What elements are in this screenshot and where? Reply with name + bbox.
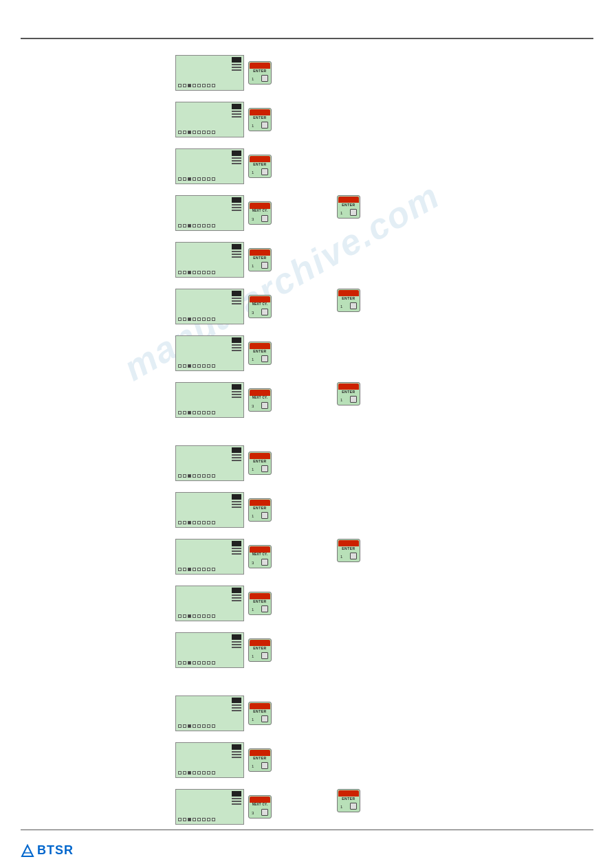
lcd-dot [178, 411, 182, 414]
nextcy-button[interactable]: NEXT CY.3 [248, 388, 272, 412]
button-icon [261, 75, 268, 82]
button-number: 1 [252, 654, 254, 658]
lcd-line [232, 600, 241, 601]
lcd-dot [193, 411, 196, 414]
lcd-dot [178, 318, 182, 321]
lcd-line [232, 254, 241, 255]
device-row: ENTER1 [175, 632, 272, 668]
lcd-dot [202, 474, 206, 478]
button-red-indicator [250, 593, 270, 599]
button-number: 1 [252, 717, 254, 722]
lcd-dot [193, 724, 196, 728]
nextcy-button[interactable]: NEXT CY.3 [248, 201, 272, 225]
lcd-line [232, 64, 241, 65]
lcd-line [232, 504, 241, 505]
lcd-top-bar [232, 244, 241, 249]
button-number: 1 [252, 170, 254, 175]
lcd-bottom-dots [178, 318, 215, 321]
bottom-divider [21, 830, 593, 831]
lcd-line [232, 754, 241, 755]
lcd-dot [183, 724, 186, 728]
lcd-dot [178, 771, 182, 775]
enter-button[interactable]: ENTER1 [337, 382, 360, 405]
lcd-line [232, 394, 241, 395]
nextcy-button[interactable]: NEXT CY.3 [248, 545, 272, 568]
enter-button[interactable]: ENTER1 [337, 789, 360, 812]
enter-button[interactable]: ENTER1 [248, 452, 272, 475]
button-icon [261, 355, 268, 362]
lcd-lines [232, 751, 241, 758]
enter-button[interactable]: ENTER1 [248, 248, 272, 271]
lcd-dot [197, 177, 201, 181]
lcd-dot [202, 568, 206, 571]
enter-button[interactable]: ENTER1 [248, 342, 272, 365]
lcd-screen [175, 55, 244, 91]
button-red-indicator [250, 453, 270, 459]
nextcy-button[interactable]: NEXT CY.3 [248, 295, 272, 318]
enter-button[interactable]: ENTER1 [248, 592, 272, 615]
lcd-line [232, 548, 241, 549]
top-divider [21, 38, 593, 39]
lcd-dot [207, 224, 210, 227]
lcd-dot [188, 521, 191, 524]
lcd-line [232, 710, 241, 711]
button-icon [261, 512, 268, 519]
lcd-screen [175, 148, 244, 184]
button-number: 1 [252, 264, 254, 268]
lcd-line [232, 391, 241, 392]
enter-button[interactable]: ENTER1 [248, 155, 272, 178]
device-row: ENTER1 [175, 55, 272, 91]
lcd-top-bar [232, 384, 241, 390]
button-label: ENTER [342, 546, 355, 550]
enter-button[interactable]: ENTER1 [337, 195, 360, 219]
lcd-line [232, 798, 241, 799]
lcd-bottom-dots [178, 661, 215, 665]
btsr-logo: BTSR [21, 843, 74, 858]
lcd-dot [178, 661, 182, 665]
lcd-dot [183, 771, 186, 775]
lcd-dot [212, 84, 215, 87]
lcd-lines [232, 298, 241, 304]
nextcy-button[interactable]: NEXT CY.3 [248, 795, 272, 819]
button-icon [261, 559, 268, 566]
lcd-top-bar [232, 151, 241, 156]
enter-button[interactable]: ENTER1 [248, 748, 272, 772]
lcd-bottom-dots [178, 614, 215, 618]
lcd-dot [207, 474, 210, 478]
enter-button[interactable]: ENTER1 [248, 108, 272, 131]
enter-button[interactable]: ENTER1 [248, 702, 272, 725]
lcd-dot [193, 771, 196, 775]
button-number: 1 [252, 514, 254, 518]
lcd-line [232, 303, 241, 304]
lcd-screen [175, 586, 244, 621]
lcd-line [232, 707, 241, 709]
lcd-bottom-dots [178, 771, 215, 775]
lcd-screen [175, 195, 244, 231]
enter-button[interactable]: ENTER1 [337, 289, 360, 312]
extra-enter-row: ENTER1 [337, 789, 360, 812]
button-red-indicator [338, 290, 359, 296]
lcd-screen [175, 789, 244, 825]
enter-button[interactable]: ENTER1 [337, 539, 360, 562]
button-red-indicator [338, 790, 359, 797]
button-label: ENTER [253, 599, 266, 603]
lcd-dot [212, 818, 215, 821]
button-label: NEXT CY. [252, 302, 268, 306]
lcd-dot [183, 84, 186, 87]
button-label: ENTER [253, 506, 266, 510]
enter-button[interactable]: ENTER1 [248, 638, 272, 662]
lcd-top-bar [232, 588, 241, 593]
enter-button[interactable]: ENTER1 [248, 61, 272, 85]
lcd-dot [178, 724, 182, 728]
extra-enter-row: ENTER1 [337, 539, 360, 562]
lcd-dot [212, 661, 215, 665]
lcd-dot [207, 521, 210, 524]
lcd-line [232, 553, 241, 555]
lcd-dot [207, 411, 210, 414]
extra-enter-row: ENTER1 [337, 289, 360, 312]
button-red-indicator [338, 383, 359, 390]
lcd-dot [178, 818, 182, 821]
lcd-dot [202, 661, 206, 665]
lcd-dot [197, 614, 201, 618]
enter-button[interactable]: ENTER1 [248, 498, 272, 522]
